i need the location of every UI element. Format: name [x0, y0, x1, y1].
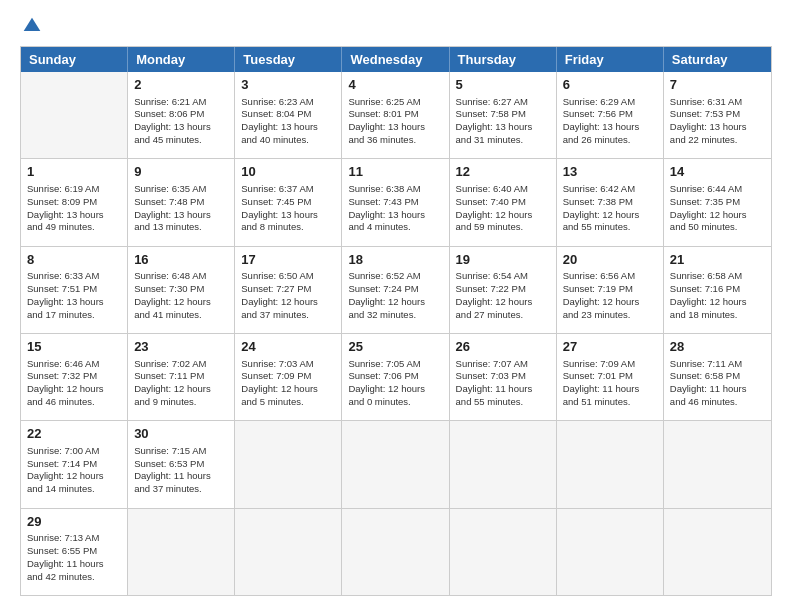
cell-info-line: Sunset: 7:24 PM [348, 283, 442, 296]
header [20, 16, 772, 36]
cell-info-line: Daylight: 13 hours [348, 209, 442, 222]
day-number: 15 [27, 338, 121, 356]
cell-info-line: and 17 minutes. [27, 309, 121, 322]
calendar-cell: 19Sunrise: 6:54 AMSunset: 7:22 PMDayligh… [450, 247, 557, 333]
cell-info-line: Sunset: 6:55 PM [27, 545, 121, 558]
day-header-wednesday: Wednesday [342, 47, 449, 72]
calendar-cell: 24Sunrise: 7:03 AMSunset: 7:09 PMDayligh… [235, 334, 342, 420]
day-header-friday: Friday [557, 47, 664, 72]
cell-info-line: Daylight: 13 hours [134, 209, 228, 222]
cell-info-line: Sunset: 7:01 PM [563, 370, 657, 383]
cell-info-line: and 9 minutes. [134, 396, 228, 409]
cell-info-line: Daylight: 12 hours [670, 209, 765, 222]
day-number: 19 [456, 251, 550, 269]
cell-info-line: Sunset: 7:43 PM [348, 196, 442, 209]
cell-info-line: and 51 minutes. [563, 396, 657, 409]
cell-info-line: Sunset: 7:38 PM [563, 196, 657, 209]
calendar-cell [342, 509, 449, 595]
calendar-cell [557, 509, 664, 595]
day-number: 18 [348, 251, 442, 269]
cell-info-line: and 26 minutes. [563, 134, 657, 147]
cell-info-line: Daylight: 12 hours [241, 383, 335, 396]
cell-info-line: Sunset: 7:06 PM [348, 370, 442, 383]
day-number: 27 [563, 338, 657, 356]
calendar-cell: 28Sunrise: 7:11 AMSunset: 6:58 PMDayligh… [664, 334, 771, 420]
cell-info-line: and 22 minutes. [670, 134, 765, 147]
calendar-cell: 10Sunrise: 6:37 AMSunset: 7:45 PMDayligh… [235, 159, 342, 245]
cell-info-line: Sunset: 7:51 PM [27, 283, 121, 296]
cell-info-line: Sunrise: 6:44 AM [670, 183, 765, 196]
day-number: 5 [456, 76, 550, 94]
calendar-cell: 8Sunrise: 6:33 AMSunset: 7:51 PMDaylight… [21, 247, 128, 333]
cell-info-line: Sunrise: 6:48 AM [134, 270, 228, 283]
cell-info-line: Daylight: 13 hours [241, 121, 335, 134]
cell-info-line: Sunset: 6:53 PM [134, 458, 228, 471]
cell-info-line: Sunrise: 6:52 AM [348, 270, 442, 283]
calendar-cell [450, 421, 557, 507]
day-number: 23 [134, 338, 228, 356]
cell-info-line: Sunset: 7:48 PM [134, 196, 228, 209]
cell-info-line: and 5 minutes. [241, 396, 335, 409]
day-header-thursday: Thursday [450, 47, 557, 72]
cell-info-line: Sunset: 7:32 PM [27, 370, 121, 383]
cell-info-line: Daylight: 13 hours [241, 209, 335, 222]
day-number: 7 [670, 76, 765, 94]
cell-info-line: Daylight: 12 hours [134, 296, 228, 309]
cell-info-line: Daylight: 12 hours [27, 470, 121, 483]
cell-info-line: and 42 minutes. [27, 571, 121, 584]
cell-info-line: Sunrise: 7:09 AM [563, 358, 657, 371]
day-number: 24 [241, 338, 335, 356]
day-number: 26 [456, 338, 550, 356]
cell-info-line: and 27 minutes. [456, 309, 550, 322]
calendar-row: 15Sunrise: 6:46 AMSunset: 7:32 PMDayligh… [21, 334, 771, 421]
cell-info-line: Sunset: 7:22 PM [456, 283, 550, 296]
page: SundayMondayTuesdayWednesdayThursdayFrid… [0, 0, 792, 612]
calendar-cell: 15Sunrise: 6:46 AMSunset: 7:32 PMDayligh… [21, 334, 128, 420]
cell-info-line: Sunrise: 6:42 AM [563, 183, 657, 196]
cell-info-line: Sunset: 7:09 PM [241, 370, 335, 383]
cell-info-line: Daylight: 13 hours [348, 121, 442, 134]
cell-info-line: and 55 minutes. [563, 221, 657, 234]
cell-info-line: Sunset: 8:06 PM [134, 108, 228, 121]
calendar-row: 8Sunrise: 6:33 AMSunset: 7:51 PMDaylight… [21, 247, 771, 334]
cell-info-line: and 59 minutes. [456, 221, 550, 234]
day-number: 3 [241, 76, 335, 94]
day-header-tuesday: Tuesday [235, 47, 342, 72]
cell-info-line: Sunrise: 7:07 AM [456, 358, 550, 371]
cell-info-line: Sunset: 7:03 PM [456, 370, 550, 383]
cell-info-line: Sunset: 7:16 PM [670, 283, 765, 296]
calendar-cell [128, 509, 235, 595]
cell-info-line: Sunrise: 7:13 AM [27, 532, 121, 545]
calendar-border: SundayMondayTuesdayWednesdayThursdayFrid… [20, 46, 772, 596]
cell-info-line: and 50 minutes. [670, 221, 765, 234]
day-number: 12 [456, 163, 550, 181]
cell-info-line: Sunrise: 6:54 AM [456, 270, 550, 283]
calendar-cell: 23Sunrise: 7:02 AMSunset: 7:11 PMDayligh… [128, 334, 235, 420]
cell-info-line: Daylight: 12 hours [134, 383, 228, 396]
cell-info-line: Sunrise: 7:00 AM [27, 445, 121, 458]
day-header-saturday: Saturday [664, 47, 771, 72]
calendar-cell: 6Sunrise: 6:29 AMSunset: 7:56 PMDaylight… [557, 72, 664, 158]
calendar-cell: 3Sunrise: 6:23 AMSunset: 8:04 PMDaylight… [235, 72, 342, 158]
cell-info-line: and 41 minutes. [134, 309, 228, 322]
calendar-body: 2Sunrise: 6:21 AMSunset: 8:06 PMDaylight… [21, 72, 771, 595]
day-number: 21 [670, 251, 765, 269]
cell-info-line: Sunset: 7:30 PM [134, 283, 228, 296]
calendar-row: 29Sunrise: 7:13 AMSunset: 6:55 PMDayligh… [21, 509, 771, 595]
calendar-cell: 5Sunrise: 6:27 AMSunset: 7:58 PMDaylight… [450, 72, 557, 158]
day-number: 11 [348, 163, 442, 181]
calendar-cell: 1Sunrise: 6:19 AMSunset: 8:09 PMDaylight… [21, 159, 128, 245]
cell-info-line: Sunrise: 6:23 AM [241, 96, 335, 109]
calendar-row: 2Sunrise: 6:21 AMSunset: 8:06 PMDaylight… [21, 72, 771, 159]
day-number: 25 [348, 338, 442, 356]
cell-info-line: Sunrise: 7:15 AM [134, 445, 228, 458]
calendar-cell: 4Sunrise: 6:25 AMSunset: 8:01 PMDaylight… [342, 72, 449, 158]
calendar-cell: 20Sunrise: 6:56 AMSunset: 7:19 PMDayligh… [557, 247, 664, 333]
calendar-row: 1Sunrise: 6:19 AMSunset: 8:09 PMDaylight… [21, 159, 771, 246]
cell-info-line: and 55 minutes. [456, 396, 550, 409]
cell-info-line: Daylight: 12 hours [456, 296, 550, 309]
cell-info-line: Sunrise: 6:29 AM [563, 96, 657, 109]
day-number: 4 [348, 76, 442, 94]
day-number: 30 [134, 425, 228, 443]
day-number: 6 [563, 76, 657, 94]
